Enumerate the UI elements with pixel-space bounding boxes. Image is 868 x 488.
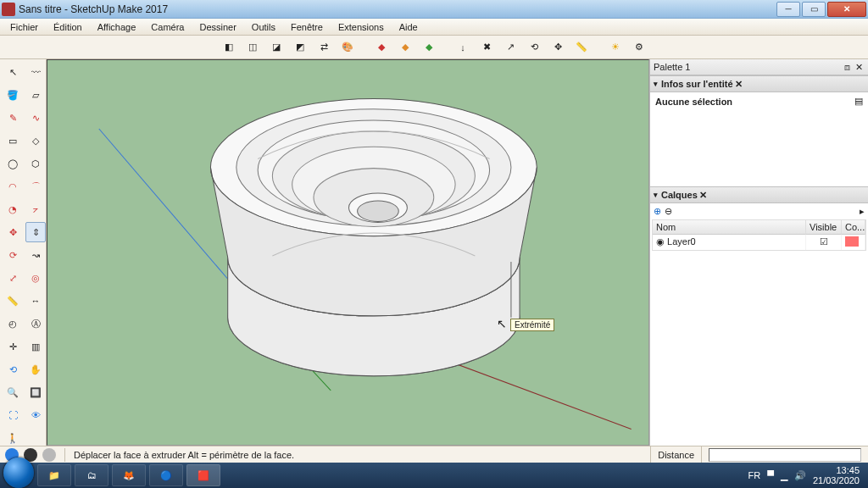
pan-icon[interactable]: ✋ bbox=[25, 359, 46, 380]
push-red[interactable]: ◆ bbox=[372, 38, 391, 57]
arc3-icon[interactable]: ⦢ bbox=[25, 199, 46, 219]
menu-outils[interactable]: Outils bbox=[245, 20, 282, 34]
tray-titlebar[interactable]: Palette 1 ⧈ ✕ bbox=[650, 59, 868, 75]
task-sketchup[interactable]: 🟥 bbox=[186, 464, 220, 486]
menu-affichage[interactable]: Affichage bbox=[91, 20, 143, 34]
pan-small[interactable]: ✥ bbox=[548, 38, 567, 57]
look-around-icon[interactable]: 👁 bbox=[25, 405, 46, 425]
eraser-icon[interactable]: ▱ bbox=[25, 85, 46, 105]
arrow-diag[interactable]: ↗ bbox=[501, 38, 520, 57]
entity-info-close-icon[interactable]: ✕ bbox=[733, 78, 745, 90]
zoom-extents-icon[interactable]: ⛶ bbox=[3, 405, 23, 425]
arc-2pt-icon[interactable]: ◠ bbox=[3, 176, 23, 197]
pencil-icon[interactable]: ✎ bbox=[3, 108, 23, 128]
start-button[interactable] bbox=[3, 458, 34, 488]
pie-icon[interactable]: ◔ bbox=[3, 199, 23, 219]
rect-rotated-icon[interactable]: ◇ bbox=[25, 130, 46, 151]
freehand-icon[interactable]: ∿ bbox=[25, 108, 46, 128]
orbit-icon[interactable]: ⟲ bbox=[3, 359, 23, 380]
push-orange[interactable]: ◆ bbox=[396, 38, 415, 57]
tray-network-icon[interactable]: ▁ bbox=[781, 470, 787, 481]
tray-close-icon[interactable]: ✕ bbox=[853, 61, 865, 73]
layers-table: Nom Visible Co... ◉ Layer0 ☑ bbox=[652, 219, 866, 251]
app-icon bbox=[2, 3, 15, 16]
circle-icon[interactable]: ◯ bbox=[3, 153, 23, 174]
scale-icon[interactable]: ⤢ bbox=[3, 268, 23, 288]
push-green[interactable]: ◆ bbox=[420, 38, 438, 57]
viewport-canvas bbox=[47, 60, 648, 446]
layers-col-name[interactable]: Nom bbox=[653, 220, 806, 235]
polygon-icon[interactable]: ⬡ bbox=[25, 153, 46, 174]
cube-wire[interactable]: ◫ bbox=[243, 38, 262, 57]
dimension-icon[interactable]: ↔ bbox=[25, 291, 46, 311]
zoom-icon[interactable]: 🔍 bbox=[3, 382, 23, 402]
layers-header[interactable]: ▾ Calques ✕ bbox=[650, 186, 868, 203]
swap-icon[interactable]: ⇄ bbox=[314, 38, 333, 57]
zoom-window-icon[interactable]: 🔲 bbox=[25, 382, 46, 402]
menu-extensions[interactable]: Extensions bbox=[331, 20, 391, 34]
menu-dessiner[interactable]: Dessiner bbox=[192, 20, 242, 34]
cube-solid[interactable]: ◧ bbox=[220, 38, 238, 57]
layer-radio[interactable]: ◉ bbox=[656, 236, 665, 247]
followme-icon[interactable]: ↝ bbox=[25, 245, 46, 265]
minimize-button[interactable]: ─ bbox=[776, 2, 800, 17]
entity-selection-text: Aucune sélection bbox=[655, 97, 732, 107]
layer-color-swatch[interactable] bbox=[845, 236, 859, 247]
axes-icon[interactable]: ✛ bbox=[3, 336, 23, 357]
rotate-icon[interactable]: ⟳ bbox=[3, 245, 23, 265]
lasso-icon[interactable]: 〰 bbox=[25, 62, 46, 82]
menu-édition[interactable]: Édition bbox=[47, 20, 89, 34]
gear-icon[interactable]: ⚙ bbox=[630, 38, 648, 57]
menu-fenêtre[interactable]: Fenêtre bbox=[284, 20, 330, 34]
entity-filter-icon[interactable]: ▤ bbox=[854, 96, 863, 107]
section-icon[interactable]: ▥ bbox=[25, 336, 46, 357]
walk-icon[interactable]: 🚶 bbox=[3, 428, 23, 448]
task-chrome[interactable]: 🔵 bbox=[149, 464, 183, 486]
task-firefox[interactable]: 🦊 bbox=[112, 464, 146, 486]
tape-small[interactable]: 📏 bbox=[572, 38, 591, 57]
cube-hidden[interactable]: ◪ bbox=[267, 38, 286, 57]
offset-icon[interactable]: ◎ bbox=[25, 268, 46, 288]
3d-viewport[interactable]: ↖ Extrémité bbox=[47, 59, 649, 446]
layers-col-visible[interactable]: Visible bbox=[806, 220, 842, 235]
sun-icon[interactable]: ☀ bbox=[606, 38, 625, 57]
pushpull-icon[interactable]: ⇕ bbox=[25, 222, 46, 242]
cursor-icon: ↖ bbox=[497, 317, 507, 330]
tape-icon[interactable]: 📏 bbox=[3, 291, 23, 311]
paint-bucket[interactable]: 🪣 bbox=[3, 85, 23, 105]
select-arrow[interactable]: ↖ bbox=[3, 62, 23, 82]
task-explorer[interactable]: 📁 bbox=[37, 464, 71, 486]
cross-red[interactable]: ✖ bbox=[477, 38, 496, 57]
menu-caméra[interactable]: Caméra bbox=[144, 20, 191, 34]
credits-icon[interactable] bbox=[42, 448, 56, 462]
layer-visible-checkbox[interactable]: ☑ bbox=[820, 236, 828, 247]
text-label-icon[interactable]: Ⓐ bbox=[25, 313, 46, 334]
task-folder[interactable]: 🗂 bbox=[75, 464, 108, 486]
tray-volume-icon[interactable]: 🔊 bbox=[794, 470, 806, 481]
protractor-icon[interactable]: ◴ bbox=[3, 313, 23, 334]
menu-fichier[interactable]: Fichier bbox=[3, 20, 45, 34]
palette-icon[interactable]: 🎨 bbox=[338, 38, 357, 57]
layers-close-icon[interactable]: ✕ bbox=[698, 189, 709, 201]
arrow-down-red[interactable]: ↓ bbox=[453, 38, 472, 57]
layers-col-color[interactable]: Co... bbox=[842, 220, 865, 235]
close-button[interactable]: ✕ bbox=[827, 2, 866, 17]
measurement-input[interactable] bbox=[709, 448, 861, 462]
remove-layer-button[interactable]: ⊖ bbox=[665, 206, 672, 217]
cube-color[interactable]: ◩ bbox=[291, 38, 309, 57]
entity-info-header[interactable]: ▾ Infos sur l'entité ✕ bbox=[650, 75, 868, 92]
rectangle-icon[interactable]: ▭ bbox=[3, 130, 23, 151]
tray-pin-icon[interactable]: ⧈ bbox=[841, 61, 853, 73]
orbit-small[interactable]: ⟲ bbox=[525, 38, 543, 57]
arc-icon[interactable]: ⌒ bbox=[25, 176, 46, 197]
move-icon[interactable]: ✥ bbox=[3, 222, 23, 242]
layers-menu-button[interactable]: ▸ bbox=[860, 206, 865, 217]
tray-flag-icon[interactable]: ▀ bbox=[767, 470, 774, 480]
tray-clock[interactable]: 13:45 21/03/2020 bbox=[813, 465, 860, 485]
maximize-button[interactable]: ▭ bbox=[802, 2, 826, 17]
tray-lang[interactable]: FR bbox=[748, 470, 760, 480]
add-layer-button[interactable]: ⊕ bbox=[654, 206, 661, 217]
system-tray: FR ▀ ▁ 🔊 13:45 21/03/2020 bbox=[748, 465, 865, 485]
layer-row[interactable]: ◉ Layer0 ☑ bbox=[653, 235, 865, 250]
menu-aide[interactable]: Aide bbox=[392, 20, 425, 34]
